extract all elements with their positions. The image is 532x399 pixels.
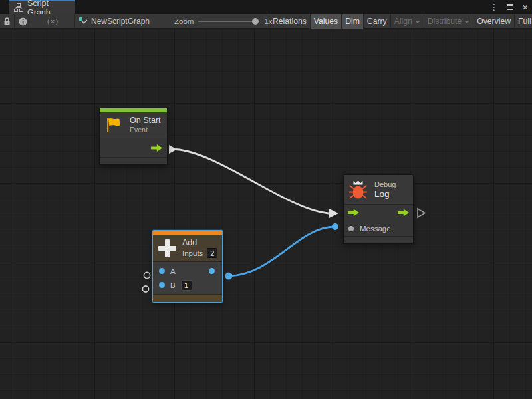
inputs-label: Inputs <box>182 249 203 257</box>
flag-icon <box>105 117 122 133</box>
maximize-icon[interactable] <box>507 4 513 10</box>
graph-canvas[interactable]: On Start Event <box>0 29 532 399</box>
flow-out-port[interactable] <box>398 209 409 217</box>
value-in-connector-icon[interactable] <box>144 272 150 278</box>
wire-onstart-to-log[interactable] <box>176 150 329 214</box>
input-b-label: B <box>170 281 176 289</box>
flow-out-port[interactable] <box>151 144 162 152</box>
plus-icon <box>158 239 176 257</box>
overview-button[interactable]: Overview <box>473 14 514 29</box>
wire-start-triangle[interactable] <box>169 145 177 154</box>
node-footer <box>153 294 222 302</box>
values-button[interactable]: Values <box>310 14 341 29</box>
carry-button[interactable]: Carry <box>363 14 390 29</box>
code-icon: ⟨×⟩ <box>47 17 59 26</box>
message-port[interactable] <box>348 226 354 231</box>
zoom-label: Zoom <box>174 17 194 25</box>
input-b-value-field[interactable]: 1 <box>181 280 192 291</box>
graph-asset-button[interactable]: NewScriptGraph <box>78 14 150 29</box>
tab-script-graph[interactable]: Script Graph <box>9 0 75 14</box>
wire-add-to-message[interactable] <box>229 227 334 276</box>
script-graph-window: Script Graph ⋮ × <box>0 0 532 399</box>
wire-arrowhead-icon <box>329 209 338 219</box>
value-in-connector-icon[interactable] <box>142 286 148 292</box>
code-preview-button[interactable]: ⟨×⟩ <box>31 14 75 29</box>
graph-toolbar: ⟨×⟩ NewScriptGraph Zoom 1x Relations <box>0 14 532 29</box>
zoom-slider[interactable] <box>198 14 259 29</box>
wire-endpoint-dot[interactable] <box>332 223 338 230</box>
dim-button[interactable]: Dim <box>341 14 363 29</box>
script-graph-asset-icon <box>78 17 88 26</box>
zoom-control: Zoom 1x <box>174 14 273 29</box>
relations-button[interactable]: Relations <box>269 14 310 29</box>
input-b-port[interactable] <box>159 282 165 288</box>
node-title: On Start <box>130 116 161 126</box>
window-controls: ⋮ × <box>489 0 528 14</box>
node-add[interactable]: Add Inputs 2 A B 1 <box>152 230 223 303</box>
title-bar: Script Graph ⋮ × <box>0 0 532 14</box>
align-button[interactable]: Align <box>390 14 424 29</box>
input-a-port[interactable] <box>159 268 165 274</box>
node-footer <box>100 157 167 164</box>
info-button[interactable] <box>15 14 31 29</box>
input-a-label: A <box>170 267 176 275</box>
info-icon <box>19 17 27 26</box>
sum-out-port[interactable] <box>209 268 215 274</box>
menu-icon[interactable]: ⋮ <box>489 3 498 11</box>
graph-name-label: NewScriptGraph <box>91 17 150 26</box>
flow-in-port[interactable] <box>348 209 359 217</box>
zoom-slider-track <box>198 21 259 22</box>
chevron-down-icon <box>415 21 420 23</box>
lock-icon <box>3 17 11 26</box>
flow-out-connector-icon[interactable] <box>418 209 425 217</box>
chevron-down-icon <box>464 21 469 23</box>
bug-icon <box>349 179 367 200</box>
message-port-label: Message <box>360 225 391 233</box>
lock-button[interactable] <box>0 14 15 29</box>
node-title: Log <box>374 189 396 200</box>
zoom-slider-handle[interactable] <box>252 18 259 25</box>
toolbar-buttons: Relations Values Dim Carry Align Distrib… <box>269 14 532 29</box>
node-title: Add <box>182 238 217 248</box>
distribute-button[interactable]: Distribute <box>424 14 473 29</box>
inputs-count-field[interactable]: 2 <box>207 248 217 258</box>
node-debug-log[interactable]: Debug Log Message <box>343 174 414 244</box>
graph-tab-icon <box>14 3 23 12</box>
node-footer <box>344 236 413 243</box>
full-screen-button[interactable]: Full S <box>514 14 532 29</box>
close-icon[interactable]: × <box>522 2 528 12</box>
node-subtitle: Event <box>130 126 161 134</box>
node-category: Debug <box>374 180 396 189</box>
wire-endpoint-dot[interactable] <box>225 273 233 280</box>
node-on-start[interactable]: On Start Event <box>99 108 168 165</box>
